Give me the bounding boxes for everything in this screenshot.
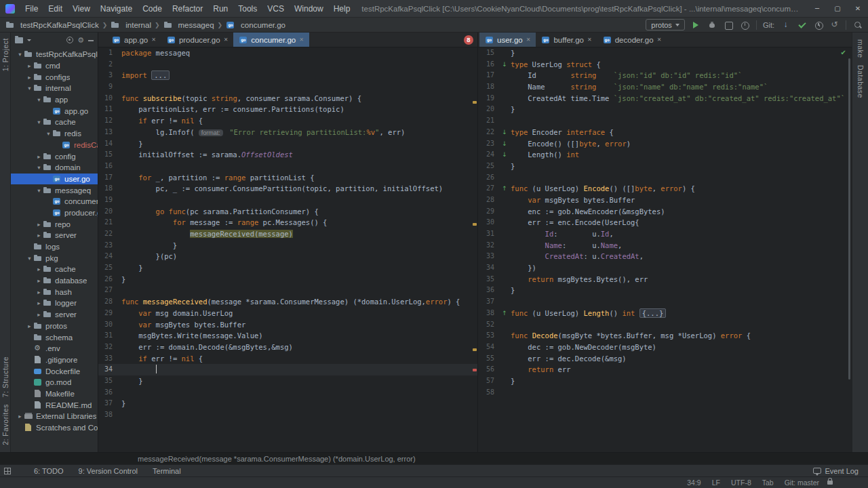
tree-chevron-icon[interactable]: ▾ (26, 255, 33, 262)
hide-panel-icon[interactable] (88, 40, 94, 41)
code-line[interactable]: 33 if err != nil { (98, 353, 477, 365)
breadcrumb-item[interactable]: messageq (163, 20, 214, 30)
code-line[interactable]: 20 go func(pc sarama.PartitionConsumer) … (98, 206, 477, 218)
code-line[interactable]: 33 CreatedAt: u.CreatedAt, (478, 251, 852, 262)
line-number[interactable]: 11 (98, 104, 121, 115)
code-line[interactable]: 28func messageReceived(message *sarama.C… (98, 296, 477, 308)
implement-marker-icon[interactable] (498, 138, 511, 150)
tree-item--gitignore[interactable]: .gitignore (11, 354, 98, 366)
menu-navigate[interactable]: Navigate (96, 3, 137, 15)
line-number[interactable]: 9 (98, 81, 121, 93)
tree-item-app[interactable]: ▾app (11, 94, 98, 106)
tree-item-testrpckafkapsqlclick[interactable]: ▾testRpcKafkaPsqlClick (11, 49, 98, 60)
line-number[interactable]: 57 (478, 375, 498, 387)
tree-item-cache[interactable]: ▾cache (11, 117, 98, 128)
line-number[interactable]: 12 (98, 115, 121, 127)
line-number[interactable]: 28 (478, 195, 498, 206)
tree-item-config[interactable]: ▸config (11, 150, 98, 162)
stripe-mark-orange[interactable] (473, 101, 477, 104)
code-line[interactable]: 24 Length() int (478, 149, 852, 161)
line-number[interactable]: 1 (98, 47, 121, 59)
stripe-mark-orange[interactable] (473, 223, 477, 226)
code-line[interactable]: 25} (478, 161, 852, 172)
toolwindow-structure-button[interactable]: 7: Structure (1, 357, 9, 397)
tree-chevron-icon[interactable]: ▸ (16, 413, 24, 420)
tree-item-server[interactable]: ▸server (11, 230, 98, 241)
tree-item-pkg[interactable]: ▾pkg (11, 252, 98, 264)
code-line[interactable]: 37 (478, 296, 852, 308)
caret-position[interactable]: 34:9 (687, 479, 701, 487)
code-line[interactable]: 30 var msgBytes bytes.Buffer (98, 319, 477, 331)
code-line[interactable]: 13 lg.Infof( format: "Error retrieving p… (98, 127, 477, 138)
code-line[interactable]: 53func Decode(msgByte *bytes.Buffer, msg… (478, 330, 852, 342)
line-number[interactable]: 34 (98, 364, 121, 375)
tab-buffer-go[interactable]: buffer.go (536, 33, 597, 47)
tree-item-dockerfile[interactable]: Dockerfile (11, 365, 98, 377)
line-number[interactable]: 27 (478, 183, 498, 195)
line-ending-indicator[interactable]: LF (712, 479, 720, 487)
git-history-button[interactable] (813, 20, 823, 30)
tree-item-external-libraries[interactable]: ▸External Libraries (11, 411, 98, 422)
menu-view[interactable]: View (68, 3, 95, 15)
line-number[interactable]: 15 (98, 149, 121, 161)
code-line[interactable]: 31 Id: u.Id, (478, 228, 852, 240)
line-number[interactable]: 35 (98, 375, 121, 387)
line-number[interactable]: 31 (478, 228, 498, 240)
code-line[interactable]: 14 } (98, 138, 477, 150)
tree-item-protos[interactable]: ▸protos (11, 321, 98, 332)
code-line[interactable]: 12 if err != nil { (98, 115, 477, 127)
code-line[interactable]: 32 err := domain.Decode(&msgBytes,&msg) (98, 342, 477, 353)
toolwindow-project-button[interactable]: 1: Project (1, 38, 9, 71)
line-number[interactable]: 35 (478, 274, 498, 285)
line-number[interactable]: 37 (98, 398, 121, 409)
code-line[interactable]: 36} (478, 285, 852, 296)
line-number[interactable]: 2 (98, 59, 121, 70)
code-line[interactable]: 57} (478, 375, 852, 387)
line-number[interactable]: 27 (98, 285, 121, 296)
code-line[interactable]: 1package messageq (98, 47, 477, 59)
lock-icon[interactable] (827, 481, 833, 485)
tree-chevron-icon[interactable]: ▸ (35, 300, 43, 306)
code-line[interactable]: 38func (u UserLog) Length() int {...} (478, 308, 852, 319)
code-line[interactable]: 9 (98, 81, 477, 93)
breadcrumb-item[interactable]: concumer.go (226, 20, 285, 30)
line-number[interactable]: 16 (478, 59, 498, 70)
tab-decoder-go[interactable]: decoder.go (597, 33, 667, 47)
minimize-button[interactable] (807, 0, 827, 18)
code-line[interactable]: 29 enc := gob.NewEncoder(&msgBytes) (478, 206, 852, 218)
line-number[interactable]: 34 (478, 262, 498, 274)
stripe-mark-red[interactable] (473, 369, 477, 371)
settings-gear-icon[interactable] (77, 37, 84, 44)
line-number[interactable]: 38 (98, 409, 121, 421)
tree-item-cmd[interactable]: ▸cmd (11, 60, 98, 72)
menu-window[interactable]: Window (290, 3, 328, 15)
tree-chevron-icon[interactable]: ▸ (35, 153, 43, 160)
coverage-button[interactable] (724, 20, 734, 30)
toolwindow-vcs-button[interactable]: 9: Version Control (79, 467, 138, 475)
code-line[interactable]: 55 err := dec.Decode(&msg) (478, 353, 852, 365)
maximize-button[interactable] (827, 0, 848, 18)
line-number[interactable]: 55 (478, 353, 498, 365)
tree-item-go-mod[interactable]: go.mod (11, 377, 98, 388)
tree-item-producer-go[interactable]: producer.go (11, 207, 98, 219)
menu-run[interactable]: Run (208, 3, 233, 15)
line-number[interactable]: 54 (478, 342, 498, 353)
tab-user-go[interactable]: user.go (479, 33, 536, 47)
code-line[interactable]: 15} (478, 47, 852, 59)
tree-item-redis[interactable]: ▾redis (11, 128, 98, 140)
line-number[interactable]: 30 (98, 319, 121, 331)
code-line[interactable]: 35 } (98, 375, 477, 387)
line-number[interactable]: 28 (98, 296, 121, 308)
git-rollback-button[interactable] (829, 20, 840, 30)
tree-item-messageq[interactable]: ▾messageq (11, 184, 98, 196)
git-update-button[interactable] (781, 20, 791, 30)
code-line[interactable]: 22type Encoder interface { (478, 127, 852, 138)
line-number[interactable]: 23 (98, 240, 121, 251)
menu-help[interactable]: Help (329, 3, 355, 15)
menu-vcs[interactable]: VCS (262, 3, 289, 15)
tab-app-go[interactable]: app.go (106, 33, 161, 47)
line-number[interactable]: 32 (98, 342, 121, 353)
code-line[interactable]: 31 msgBytes.Write(message.Value) (98, 330, 477, 342)
tree-item-hash[interactable]: ▸hash (11, 286, 98, 298)
tree-chevron-icon[interactable]: ▾ (35, 119, 43, 125)
